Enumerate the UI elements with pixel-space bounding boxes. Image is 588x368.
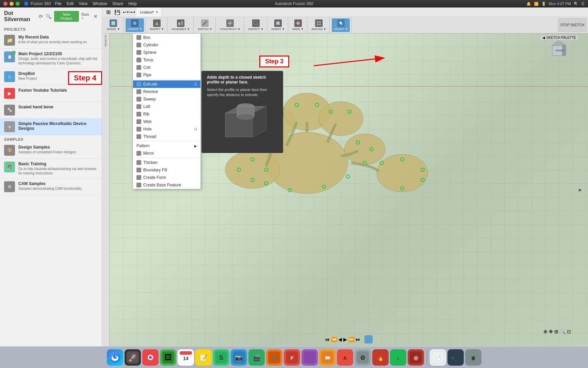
menu-sweep[interactable]: Sweep	[133, 95, 200, 103]
minimize-button[interactable]	[10, 2, 14, 6]
sketch-palette-toggle[interactable]: ◀ SKETCH PALETTE	[540, 35, 578, 41]
dock-app8[interactable]: 🎬	[248, 349, 265, 366]
menu-edit[interactable]: Edit	[67, 1, 74, 6]
dock-appstore[interactable]: A	[337, 349, 353, 366]
last-frame-button[interactable]: ⏭	[356, 337, 360, 342]
menu-thread[interactable]: Thread	[133, 133, 200, 140]
dock-files[interactable]: 📄	[430, 349, 446, 366]
addins-dropdown[interactable]: ADD-INS ▼	[309, 18, 328, 32]
menu-view[interactable]: View	[79, 1, 87, 6]
make-dropdown[interactable]: MAKE ▼	[290, 18, 306, 32]
dock-stickies[interactable]: 📝	[195, 349, 212, 366]
dock-app11[interactable]: 🎵	[301, 349, 318, 366]
sidebar-item-dropbot[interactable]: 💧 DropBot New Project Step 4	[0, 68, 102, 85]
search-icon[interactable]: 🔍	[574, 2, 578, 6]
back-button[interactable]: Back >	[82, 13, 91, 20]
dock-app15[interactable]: 🔥	[372, 349, 389, 366]
dock-finder[interactable]	[107, 349, 123, 366]
zoom-fit-button[interactable]: ⊞	[554, 329, 558, 334]
dock-app17[interactable]: 🎯	[408, 349, 424, 366]
dock-settings[interactable]: ⚙	[355, 349, 371, 366]
redo-arrow[interactable]: ▾	[133, 10, 135, 14]
prev-frame-button[interactable]: ⏪	[331, 337, 337, 342]
dock-fusion[interactable]: F	[284, 349, 300, 366]
dock-spotify[interactable]: ♪	[390, 349, 406, 366]
left-panel-toggle[interactable]: REMOVE	[102, 33, 110, 346]
view-options-button[interactable]: ⊡	[567, 329, 571, 334]
sketch-dropdown[interactable]: SKETCH ▼	[196, 18, 214, 32]
dock-terminal[interactable]: >_	[447, 349, 464, 366]
sidebar-item-cam-samples[interactable]: ⚙ CAM Samples Samples demonstrating CAM …	[0, 179, 102, 195]
construct-dropdown[interactable]: CONSTRUCT ▼	[218, 18, 242, 32]
menu-extrude[interactable]: Extrude E	[133, 80, 200, 88]
nav-cube[interactable]: FRONT	[547, 39, 571, 64]
model-dropdown[interactable]: MODEL ▼	[105, 18, 122, 32]
menu-coil[interactable]: Coil	[133, 64, 200, 71]
menu-window[interactable]: Window	[93, 1, 107, 6]
search-sidebar-icon[interactable]: 🔍	[46, 14, 51, 19]
sidebar-item-recent[interactable]: 📁 My Recent Data A list of what you've r…	[0, 32, 102, 49]
undo-button[interactable]: ↩	[123, 10, 126, 15]
right-panel-expand[interactable]: ▶	[579, 187, 582, 192]
redo-button[interactable]: ↪	[129, 10, 133, 15]
new-project-button[interactable]: New Project	[54, 11, 79, 22]
play-button[interactable]: ▶	[343, 337, 347, 342]
dock-chrome[interactable]	[142, 349, 159, 366]
pan-button[interactable]: ✥	[549, 329, 553, 334]
dock-photos2[interactable]: 🗑	[465, 349, 481, 366]
assemble-dropdown[interactable]: ASSEMBLE ▼	[169, 18, 192, 32]
menu-create-form[interactable]: Create Form	[133, 174, 200, 181]
menu-create-base[interactable]: Create Base Feature	[133, 181, 200, 189]
undo-arrow[interactable]: ▾	[127, 10, 129, 14]
dock-app9[interactable]: 🎮	[266, 349, 282, 366]
sidebar-item-microfluidic[interactable]: ⚙ Simple Passive Microfluidic Device Des…	[0, 119, 102, 135]
maximize-button[interactable]	[16, 2, 20, 6]
tab-close-button[interactable]: ✕	[156, 10, 158, 14]
insert-dropdown[interactable]: INSERT ▼	[269, 18, 287, 32]
menu-pipe[interactable]: Pipe	[133, 71, 200, 79]
dock-app12[interactable]: 📖	[319, 349, 336, 366]
tab-list-icon[interactable]: ⊞	[103, 9, 113, 15]
viewport[interactable]: Step 3 Box	[110, 33, 588, 346]
close-button[interactable]	[3, 2, 7, 6]
menu-thicken[interactable]: Thicken	[133, 159, 200, 166]
create-dropdown[interactable]: CREATE ▼	[126, 18, 144, 32]
menu-box[interactable]: Box	[133, 34, 200, 41]
select-dropdown[interactable]: SELECT ▼	[332, 18, 350, 32]
dock-rocket[interactable]: 🚀	[125, 349, 141, 366]
save-icon[interactable]: 💾	[114, 10, 120, 15]
sidebar-item-design-samples[interactable]: 🎨 Design Samples Samples of completed Fu…	[0, 142, 102, 159]
menu-mirror[interactable]: Mirror	[133, 150, 200, 157]
sidebar-item-main-project[interactable]: 📋 ✓ Main Project 12/2/2105 Design, build…	[0, 49, 102, 68]
window-controls[interactable]	[3, 2, 20, 6]
sync-icon[interactable]: ⟳	[39, 14, 43, 19]
menu-web[interactable]: Web	[133, 118, 200, 125]
prev-button[interactable]: ◀	[338, 337, 342, 342]
menu-boundary-fill[interactable]: Boundary Fill	[133, 166, 200, 174]
timeline-marker[interactable]	[364, 335, 373, 343]
stop-sketch-button[interactable]: STOP SKETCH	[558, 18, 587, 32]
sidebar-item-youtube[interactable]: ▶ Fusion Youtube Tutorials	[0, 85, 102, 102]
main-tab[interactable]: Untitled* ✕	[136, 7, 162, 17]
menu-torus[interactable]: Torus	[133, 56, 200, 64]
control-center-icon[interactable]: ☰	[581, 2, 585, 6]
inspect-dropdown[interactable]: INSPECT ▼	[246, 18, 266, 32]
modify-dropdown[interactable]: MODIFY ▼	[148, 18, 166, 32]
next-button[interactable]: ⏩	[348, 337, 354, 342]
dock-calendar[interactable]: 14	[178, 349, 194, 366]
menu-rib[interactable]: Rib	[133, 110, 200, 118]
zoom-out-button[interactable]: 🔍	[560, 329, 566, 334]
dock-app7[interactable]: 📷	[231, 349, 247, 366]
menu-share[interactable]: Share	[112, 1, 123, 6]
menu-revolve[interactable]: Revolve	[133, 88, 200, 95]
sidebar-item-basic-training[interactable]: 📚 Basic Training Go to http://autode.sk/…	[0, 159, 102, 179]
orbit-button[interactable]: ⊕	[543, 329, 548, 334]
first-frame-button[interactable]: ⏮	[325, 337, 330, 342]
sidebar-close-icon[interactable]: ✕	[94, 14, 98, 19]
menu-loft[interactable]: Loft	[133, 103, 200, 110]
menu-file[interactable]: File	[55, 1, 61, 6]
menu-pattern[interactable]: Pattern ▶	[133, 142, 200, 150]
sidebar-item-hand-bone[interactable]: 🦴 Scaled hand bone	[0, 102, 102, 119]
menu-cylinder[interactable]: Cylinder	[133, 41, 200, 49]
dock-app6[interactable]: S	[213, 349, 229, 366]
